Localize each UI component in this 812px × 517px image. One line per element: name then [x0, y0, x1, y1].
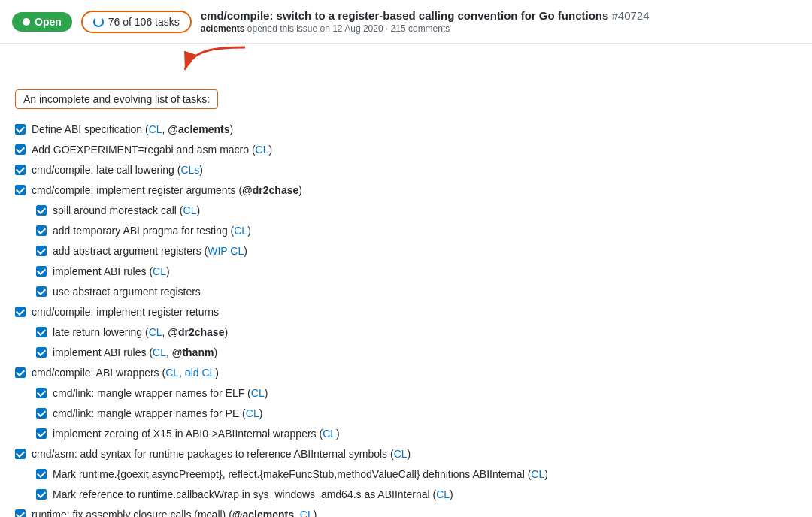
task-checkbox[interactable]	[15, 367, 26, 378]
task-link[interactable]: CL	[246, 407, 259, 419]
open-badge: Open	[12, 12, 72, 32]
task-text: add abstract argument registers (WIP CL)	[53, 243, 247, 259]
task-checkbox[interactable]	[15, 307, 26, 317]
task-link[interactable]: CL	[149, 123, 162, 135]
task-item: implement ABI rules (CL, @thanm)	[15, 343, 797, 363]
task-item: add temporary ABI pragma for testing (CL…	[15, 221, 797, 241]
task-text: Mark runtime.{goexit,asyncPreempt}, refl…	[53, 467, 548, 482]
task-text: implement ABI rules (CL, @thanm)	[53, 345, 217, 361]
task-checkbox[interactable]	[15, 124, 26, 135]
task-link[interactable]: CL	[436, 488, 450, 500]
arrow-annotation	[0, 44, 812, 77]
user-mention: @dr2chase	[242, 184, 298, 196]
issue-meta: aclements opened this issue on 12 Aug 20…	[201, 23, 650, 34]
task-item: cmd/compile: implement register argument…	[15, 180, 797, 201]
task-checkbox[interactable]	[15, 449, 26, 459]
task-checkbox[interactable]	[15, 165, 26, 175]
task-text: implement ABI rules (CL)	[53, 264, 170, 280]
issue-header: Open 76 of 106 tasks cmd/compile: switch…	[0, 0, 812, 44]
open-label: Open	[35, 16, 62, 28]
open-dot	[23, 18, 30, 26]
task-checkbox[interactable]	[36, 347, 47, 358]
tasks-spinner	[93, 17, 104, 27]
task-checkbox[interactable]	[36, 489, 47, 500]
task-checkbox[interactable]	[36, 286, 47, 297]
task-text: cmd/link: mangle wrapper names for ELF (…	[53, 385, 268, 401]
task-item: cmd/asm: add syntax for runtime packages…	[15, 444, 797, 464]
task-link[interactable]: CL	[153, 346, 166, 358]
task-checkbox[interactable]	[36, 205, 47, 216]
task-link[interactable]: WIP CL	[208, 245, 244, 257]
task-checkbox[interactable]	[36, 225, 47, 236]
task-item: Mark reference to runtime.callbackWrap i…	[15, 485, 797, 505]
user-mention: @thanm	[172, 346, 214, 358]
content-area: An incomplete and evolving list of tasks…	[0, 80, 812, 517]
task-link[interactable]: old CL	[185, 367, 215, 379]
task-link[interactable]: CLs	[180, 164, 199, 176]
task-checkbox[interactable]	[15, 509, 26, 517]
task-text: late return lowering (CL, @dr2chase)	[53, 325, 228, 340]
task-checkbox[interactable]	[36, 327, 47, 337]
task-link[interactable]: CL	[323, 428, 336, 440]
task-text: Mark reference to runtime.callbackWrap i…	[53, 487, 453, 503]
task-checkbox[interactable]	[36, 469, 47, 479]
task-item: use abstract argument registers	[15, 282, 797, 302]
tasks-label: 76 of 106 tasks	[108, 16, 180, 28]
task-checkbox[interactable]	[15, 144, 26, 155]
issue-title-area: cmd/compile: switch to a register-based …	[201, 9, 650, 34]
task-text: Define ABI specification (CL, @aclements…	[32, 122, 233, 138]
task-text: runtime: fix assembly closure calls (mca…	[32, 507, 317, 517]
task-item: Mark runtime.{goexit,asyncPreempt}, refl…	[15, 464, 797, 485]
task-link[interactable]: CL	[153, 265, 166, 277]
task-list-header: An incomplete and evolving list of tasks…	[15, 89, 218, 109]
task-checkbox[interactable]	[36, 388, 47, 398]
task-link[interactable]: CL	[300, 509, 314, 517]
task-item: cmd/link: mangle wrapper names for PE (C…	[15, 404, 797, 424]
task-item: cmd/link: mangle wrapper names for ELF (…	[15, 383, 797, 404]
task-item: cmd/compile: ABI wrappers (CL, old CL)	[15, 363, 797, 383]
task-item: cmd/compile: late call lowering (CLs)	[15, 160, 797, 180]
user-mention: @aclements	[232, 509, 294, 517]
tasks-badge: 76 of 106 tasks	[81, 11, 192, 33]
task-link[interactable]: CL	[234, 225, 247, 237]
task-checkbox[interactable]	[36, 408, 47, 419]
task-item: implement zeroing of X15 in ABI0->ABIInt…	[15, 424, 797, 444]
task-text: add temporary ABI pragma for testing (CL…	[53, 223, 251, 239]
task-checkbox[interactable]	[36, 266, 47, 277]
task-checkbox[interactable]	[36, 428, 47, 439]
task-item: Define ABI specification (CL, @aclements…	[15, 119, 797, 140]
task-item: runtime: fix assembly closure calls (mca…	[15, 505, 797, 517]
user-mention: @dr2chase	[168, 326, 224, 338]
task-text: Add GOEXPERIMENT=regabi and asm macro (C…	[32, 142, 272, 158]
task-checkbox[interactable]	[15, 185, 26, 195]
issue-title: cmd/compile: switch to a register-based …	[201, 9, 650, 22]
task-item: add abstract argument registers (WIP CL)	[15, 241, 797, 262]
task-link[interactable]: CL	[149, 326, 162, 338]
task-text: implement zeroing of X15 in ABI0->ABIInt…	[53, 426, 340, 442]
task-text: cmd/asm: add syntax for runtime packages…	[32, 446, 411, 462]
task-text: use abstract argument registers	[53, 284, 201, 300]
task-item: spill around morestack call (CL)	[15, 201, 797, 221]
task-item: late return lowering (CL, @dr2chase)	[15, 322, 797, 343]
task-checkbox[interactable]	[36, 246, 47, 256]
task-text: cmd/compile: implement register argument…	[32, 183, 302, 198]
task-link[interactable]: CL	[256, 144, 269, 156]
task-link[interactable]: CL	[531, 468, 544, 480]
task-text: cmd/compile: implement register returns	[32, 304, 219, 320]
task-item: implement ABI rules (CL)	[15, 262, 797, 282]
task-link[interactable]: CL	[183, 204, 197, 216]
task-list: Define ABI specification (CL, @aclements…	[15, 119, 797, 517]
task-item: cmd/compile: implement register returns	[15, 302, 797, 322]
user-mention: @aclements	[168, 123, 229, 135]
task-text: cmd/link: mangle wrapper names for PE (C…	[53, 406, 262, 422]
task-link[interactable]: CL	[251, 387, 265, 399]
task-link[interactable]: CL	[394, 448, 408, 460]
task-text: cmd/compile: ABI wrappers (CL, old CL)	[32, 365, 219, 381]
red-arrow-icon	[177, 44, 253, 77]
author-link[interactable]: aclements	[201, 23, 245, 34]
task-link[interactable]: CL	[165, 367, 179, 379]
task-text: spill around morestack call (CL)	[53, 203, 200, 219]
task-item: Add GOEXPERIMENT=regabi and asm macro (C…	[15, 140, 797, 160]
task-text: cmd/compile: late call lowering (CLs)	[32, 162, 203, 178]
